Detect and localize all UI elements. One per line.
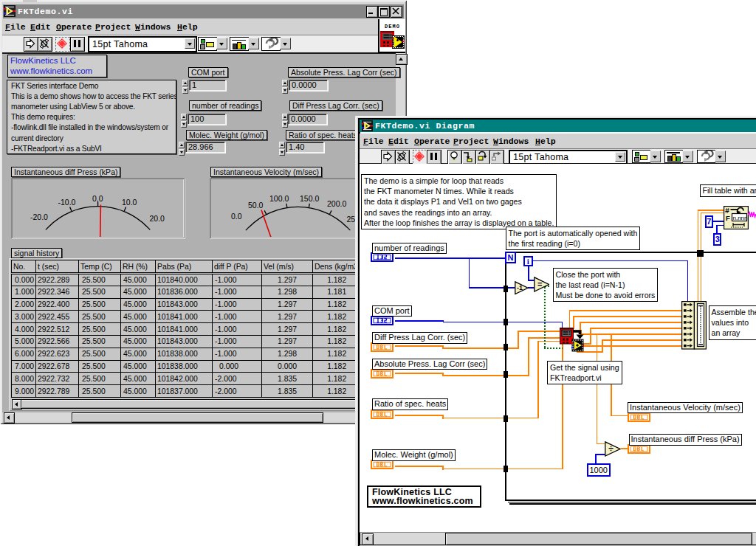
- svg-text:0.0: 0.0: [92, 194, 103, 203]
- svg-text:10.0: 10.0: [122, 198, 137, 207]
- svg-text:0.0: 0.0: [231, 212, 242, 221]
- svg-text:20.0: 20.0: [150, 214, 165, 223]
- svg-text:100.0: 100.0: [269, 194, 289, 203]
- svg-text:-1: -1: [517, 284, 523, 291]
- svg-text:=: =: [537, 280, 542, 288]
- svg-text:150.0: 150.0: [300, 194, 319, 203]
- svg-text:F: F: [726, 214, 730, 222]
- svg-text:-20.0: -20.0: [30, 212, 48, 221]
- svg-text:-10.0: -10.0: [58, 198, 76, 207]
- svg-text:n.nnn: n.nnn: [733, 215, 748, 221]
- svg-text:200.0: 200.0: [327, 199, 346, 208]
- svg-text:50.0: 50.0: [248, 201, 264, 210]
- svg-text:÷: ÷: [608, 443, 614, 454]
